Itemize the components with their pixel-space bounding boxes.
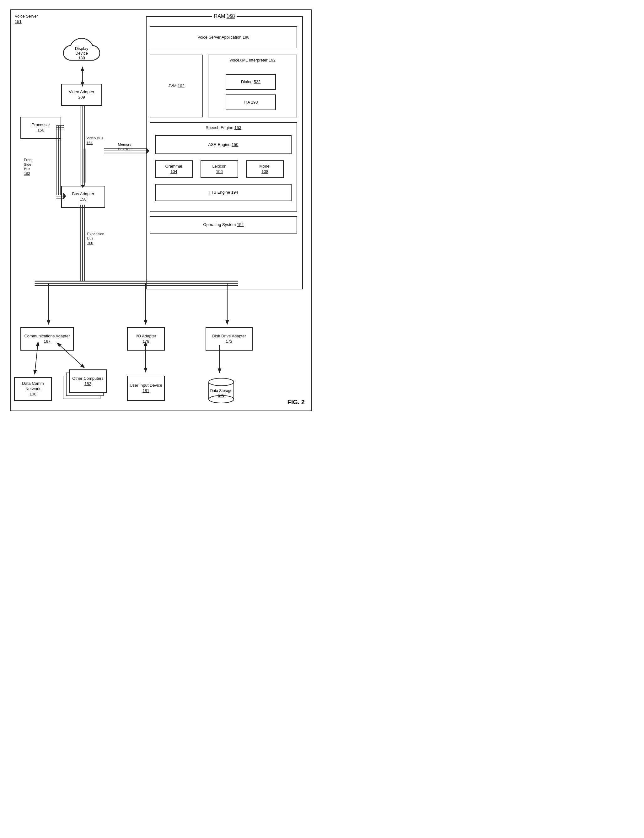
- tts-engine-box: TTS Engine 194: [155, 184, 292, 201]
- asr-engine-box: ASR Engine 150: [155, 135, 292, 154]
- dialog-box: Dialog 522: [226, 74, 276, 90]
- svg-text:Front: Front: [24, 158, 33, 162]
- diagram-container: Voice Server 151 RAM 168 Voice Server Ap…: [10, 10, 312, 411]
- svg-text:Memory: Memory: [118, 142, 131, 146]
- ram-box: RAM 168 Voice Server Application 188 JVM…: [146, 16, 303, 289]
- svg-text:Video Bus: Video Bus: [86, 136, 103, 140]
- svg-text:Display: Display: [75, 46, 89, 51]
- bus-adapter-box: Bus Adapter158: [61, 186, 105, 208]
- voice-server-app-box: Voice Server Application 188: [150, 26, 297, 48]
- display-device: Display Device 180: [60, 37, 104, 74]
- voice-server-label: Voice Server 151: [15, 14, 38, 25]
- disk-drive-adapter-box: Disk Drive Adapter172: [205, 327, 253, 351]
- svg-text:Bus 166: Bus 166: [118, 147, 132, 151]
- svg-text:162: 162: [24, 171, 30, 176]
- svg-text:Data Storage: Data Storage: [210, 389, 233, 393]
- voicexml-box: VoiceXML Interpreter 192 Dialog 522 FIA …: [208, 54, 297, 117]
- svg-text:Bus: Bus: [24, 167, 30, 171]
- video-adapter-box: Video Adapter209: [61, 84, 102, 106]
- speech-engine-box: Speech Engine 153 ASR Engine 150 Grammar…: [150, 122, 297, 212]
- os-box: Operating System 154: [150, 216, 297, 233]
- data-comm-box: Data Comm Network100: [14, 377, 52, 401]
- processor-box: Processor156: [20, 117, 61, 139]
- svg-text:180: 180: [78, 56, 85, 60]
- jvm-box: JVM 102: [150, 54, 203, 117]
- user-input-box: User Input Device181: [127, 376, 165, 401]
- other-computers-box-front: Other Computers182: [69, 370, 107, 393]
- model-box: Model108: [246, 160, 284, 177]
- svg-point-5: [209, 378, 234, 386]
- fia-box: FIA 193: [226, 94, 276, 110]
- lexicon-box: Lexicon106: [200, 160, 238, 177]
- svg-text:Expansion: Expansion: [87, 232, 104, 236]
- svg-text:Device: Device: [75, 51, 88, 56]
- svg-text:160: 160: [87, 241, 93, 245]
- svg-text:Side: Side: [24, 162, 31, 166]
- comm-adapter-box: Communications Adapter167: [20, 327, 74, 351]
- svg-text:164: 164: [86, 141, 93, 145]
- figure-label: FIG. 2: [287, 399, 305, 406]
- io-adapter-box: I/O Adapter178: [127, 327, 165, 351]
- svg-text:170: 170: [218, 393, 224, 398]
- data-storage: Data Storage 170: [205, 376, 237, 404]
- svg-text:Bus: Bus: [87, 236, 93, 240]
- grammar-box: Grammar104: [155, 160, 193, 177]
